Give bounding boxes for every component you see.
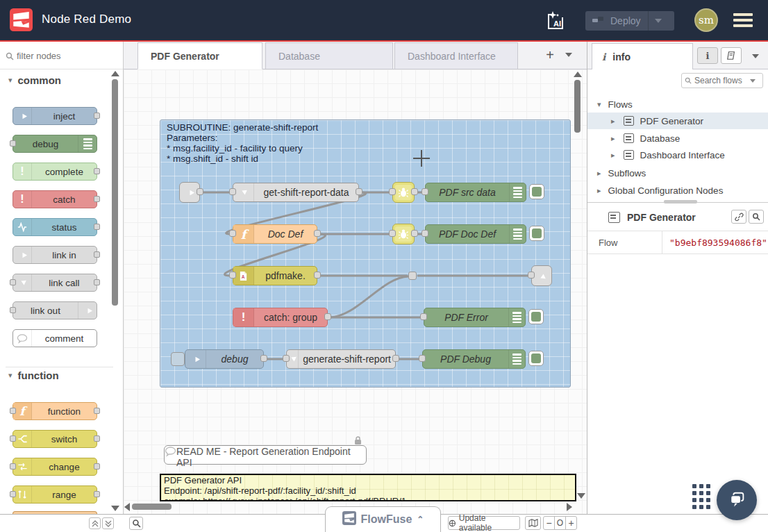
input-port[interactable]	[283, 355, 290, 362]
tab-list-caret-icon[interactable]	[565, 53, 572, 57]
output-port[interactable]	[94, 491, 100, 497]
add-tab-button[interactable]: +	[542, 47, 558, 64]
input-port[interactable]	[229, 272, 236, 279]
node-link-out[interactable]	[531, 265, 552, 286]
input-port[interactable]	[10, 307, 16, 313]
tree-item-database[interactable]: ▸ Database	[587, 130, 768, 147]
output-port[interactable]	[94, 435, 100, 442]
scroll-down-icon[interactable]	[111, 506, 119, 511]
tree-item-dashboard-interface[interactable]: ▸ Dashboard Interface	[587, 147, 768, 163]
palette-node-comment[interactable]: comment	[12, 329, 97, 347]
input-port[interactable]	[389, 188, 396, 195]
output-port[interactable]	[94, 463, 100, 469]
input-port[interactable]	[10, 491, 16, 497]
output-port[interactable]	[94, 113, 100, 119]
deploy-button[interactable]: Deploy	[585, 11, 674, 31]
output-port[interactable]	[392, 355, 399, 362]
output-port[interactable]	[94, 408, 100, 414]
palette-node-link-in[interactable]: link in	[12, 246, 97, 264]
palette-node-switch[interactable]: switch	[12, 430, 97, 448]
palette-scrollbar[interactable]	[112, 79, 118, 306]
palette-node-link-out[interactable]: link out	[12, 301, 97, 319]
ai-assistant-icon[interactable]: AI	[544, 10, 567, 32]
input-port[interactable]	[229, 230, 236, 237]
tree-item-subflows[interactable]: ▸ Subflows	[587, 165, 768, 181]
palette-category-function[interactable]: ▾ function	[8, 369, 59, 381]
search-flows-box[interactable]	[681, 73, 763, 88]
input-port[interactable]	[528, 272, 535, 279]
palette-node-catch[interactable]: ! catch	[12, 190, 97, 208]
palette-node-complete[interactable]: ! complete	[12, 163, 97, 181]
node-bug-2[interactable]	[392, 224, 415, 244]
input-port[interactable]	[421, 230, 428, 237]
tree-item-global-config[interactable]: ▸ Global Configuration Nodes	[587, 182, 768, 199]
palette-node-debug[interactable]: debug	[12, 135, 97, 153]
scroll-up-icon[interactable]	[111, 71, 119, 76]
chat-widget-button[interactable]	[717, 480, 757, 520]
node-bug-1[interactable]	[392, 182, 415, 203]
node-readme-comment[interactable]: READ ME - Report Generation Endpoint API	[164, 445, 367, 465]
input-port[interactable]	[229, 188, 236, 195]
palette-node-link-call[interactable]: link call	[12, 274, 97, 292]
user-avatar[interactable]: sm	[694, 8, 718, 32]
output-port[interactable]	[356, 188, 362, 195]
tree-item-flows[interactable]: ▾ Flows	[587, 96, 768, 113]
debug-toggle-button[interactable]	[529, 184, 544, 199]
palette-node-range[interactable]: range	[12, 485, 97, 504]
palette-node-status[interactable]: status	[12, 218, 97, 236]
expand-all-button[interactable]	[102, 517, 114, 529]
input-port[interactable]	[419, 355, 426, 362]
input-port[interactable]	[420, 313, 427, 320]
tab-database[interactable]: Database	[265, 42, 393, 69]
debug-toggle-button[interactable]	[528, 351, 544, 366]
node-pdf-error[interactable]: PDF Error	[424, 308, 526, 327]
palette-node-function[interactable]: f function	[12, 402, 97, 420]
zoom-reset-button[interactable]: O	[554, 516, 566, 530]
canvas-search-button[interactable]	[129, 517, 143, 530]
node-pdfmake[interactable]: A pdfmake.	[233, 266, 317, 285]
palette-node-change[interactable]: change	[12, 458, 97, 476]
tab-dashboard-interface[interactable]: Dashboard Interface	[394, 42, 518, 69]
zoom-out-button[interactable]: −	[543, 516, 555, 530]
help-book-button[interactable]	[721, 47, 742, 64]
node-pdf-src-data[interactable]: PDF src data	[425, 183, 526, 202]
output-port[interactable]	[314, 230, 321, 237]
node-catch-group[interactable]: ! catch: group	[233, 308, 328, 327]
input-port[interactable]	[10, 408, 16, 414]
info-panel-button[interactable]: i	[697, 47, 718, 64]
inject-trigger-button[interactable]	[171, 352, 185, 366]
debug-toggle-button[interactable]	[528, 309, 544, 324]
palette-node-inject[interactable]: inject	[12, 107, 97, 125]
output-port[interactable]	[94, 168, 100, 174]
node-doc-def[interactable]: f Doc Def	[233, 224, 317, 244]
search-flows-input[interactable]	[694, 76, 747, 85]
search-node-button[interactable]	[749, 210, 764, 224]
flowfuse-panel-toggle[interactable]: FlowFuse ⌃	[325, 506, 441, 532]
output-port[interactable]	[411, 188, 418, 195]
output-port[interactable]	[94, 279, 100, 285]
sidebar-caret-icon[interactable]	[752, 54, 759, 58]
output-port[interactable]	[94, 196, 100, 202]
collapse-all-button[interactable]	[89, 517, 101, 529]
deploy-caret-icon[interactable]	[655, 19, 662, 23]
node-pdf-debug[interactable]: PDF Debug	[422, 349, 526, 369]
tab-info[interactable]: i info	[592, 43, 693, 69]
output-port[interactable]	[324, 313, 331, 320]
input-port[interactable]	[421, 188, 428, 195]
palette-category-common[interactable]: ▾ common	[8, 74, 61, 86]
tree-item-pdf-generator[interactable]: ▸ PDF Generator	[587, 113, 768, 129]
output-port[interactable]	[94, 224, 100, 230]
input-port[interactable]	[10, 463, 16, 469]
flow-canvas[interactable]: SUBROUTINE: generate-shift-report Parame…	[124, 69, 587, 514]
navigator-button[interactable]	[525, 516, 541, 530]
debug-toggle-button[interactable]	[529, 226, 544, 241]
update-available-button[interactable]: Update available	[448, 516, 520, 530]
input-port[interactable]	[10, 140, 16, 147]
input-port[interactable]	[10, 435, 16, 442]
wire-junction[interactable]	[408, 272, 417, 280]
node-pdf-doc-def[interactable]: PDF Doc Def	[425, 224, 526, 244]
output-port[interactable]	[314, 272, 321, 279]
input-port[interactable]	[10, 279, 16, 285]
node-link-in[interactable]	[179, 182, 200, 203]
zoom-in-button[interactable]: +	[565, 516, 577, 530]
